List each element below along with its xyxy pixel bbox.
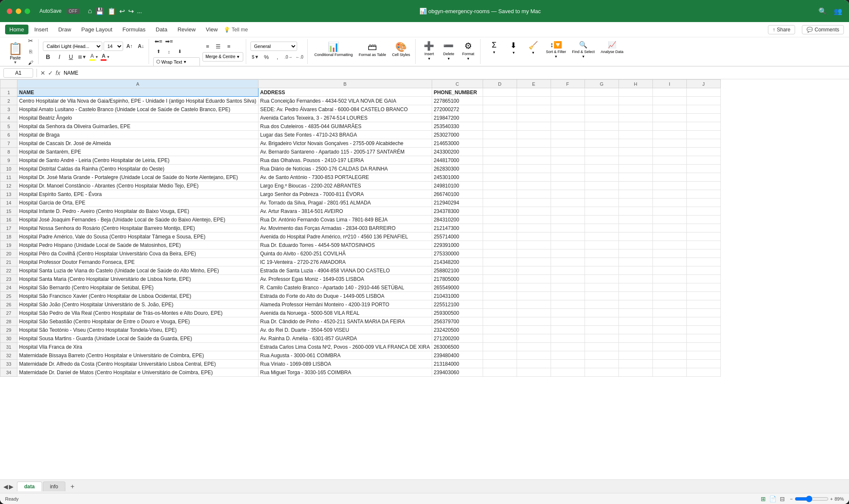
cell-empty[interactable] bbox=[551, 148, 585, 156]
cell-empty[interactable] bbox=[652, 88, 686, 97]
cell-phone[interactable]: 259300500 bbox=[432, 309, 483, 317]
col-header-A[interactable]: A bbox=[17, 80, 259, 88]
cell-empty[interactable] bbox=[585, 300, 618, 309]
cell-empty[interactable] bbox=[686, 148, 720, 156]
cell-empty[interactable] bbox=[686, 334, 720, 343]
cell-address[interactable]: Largo Eng.º Bioucas - 2200-202 ABRANTES bbox=[258, 182, 432, 190]
cell-phone[interactable]: 272000272 bbox=[432, 105, 483, 114]
col-header-H[interactable]: H bbox=[618, 80, 652, 88]
sheet-tab-data[interactable]: data bbox=[17, 482, 42, 491]
col-header-I[interactable]: I bbox=[652, 80, 686, 88]
cell-empty[interactable] bbox=[483, 207, 517, 216]
cell-empty[interactable] bbox=[585, 190, 618, 199]
cell-phone[interactable]: 266740100 bbox=[432, 190, 483, 199]
cell-empty[interactable] bbox=[483, 173, 517, 182]
share-button[interactable]: ↑ Share bbox=[768, 25, 795, 34]
cell-empty[interactable] bbox=[483, 249, 517, 258]
cell-name[interactable]: Hospital Sousa Martins - Guarda (Unidade… bbox=[17, 334, 259, 343]
cell-empty[interactable] bbox=[618, 148, 652, 156]
col-header-F[interactable]: F bbox=[551, 80, 585, 88]
cell-empty[interactable] bbox=[517, 249, 551, 258]
cell-empty[interactable] bbox=[585, 199, 618, 207]
cell-name[interactable]: Hospital de Braga bbox=[17, 131, 259, 139]
cell-empty[interactable] bbox=[483, 360, 517, 368]
cell-empty[interactable] bbox=[585, 360, 618, 368]
cell-name[interactable]: Hospital São Teotónio - Viseu (Centro Ho… bbox=[17, 326, 259, 334]
cell-empty[interactable] bbox=[686, 173, 720, 182]
cell-phone[interactable]: 263006500 bbox=[432, 343, 483, 351]
cell-empty[interactable] bbox=[585, 351, 618, 360]
cell-empty[interactable] bbox=[686, 266, 720, 275]
sheet-nav-left[interactable]: ◀ bbox=[3, 483, 8, 490]
zoom-in-icon[interactable]: + bbox=[830, 496, 833, 501]
share-collab-icon[interactable]: 👥 bbox=[834, 7, 842, 15]
cell-name[interactable]: Maternidade Dr. Alfredo da Costa (Centro… bbox=[17, 360, 259, 368]
cell-phone[interactable]: 275330000 bbox=[432, 249, 483, 258]
cell-phone[interactable]: 227865100 bbox=[432, 97, 483, 105]
font-name-select[interactable]: Calibri Light (Head... bbox=[43, 42, 102, 51]
cell-empty[interactable] bbox=[652, 148, 686, 156]
cell-address[interactable]: R. Camilo Castelo Branco - Apartado 140 … bbox=[258, 283, 432, 292]
cancel-formula-icon[interactable]: ✕ bbox=[40, 70, 45, 76]
find-select-button[interactable]: 🔍 Find & Select ▼ bbox=[569, 40, 597, 64]
increase-font-button[interactable]: A↑ bbox=[124, 42, 135, 51]
save-icon[interactable]: 💾 bbox=[96, 7, 104, 15]
cell-empty[interactable] bbox=[551, 241, 585, 249]
cell-empty[interactable] bbox=[585, 317, 618, 326]
cell-empty[interactable] bbox=[652, 182, 686, 190]
cell-empty[interactable] bbox=[551, 139, 585, 148]
wrap-text-button[interactable]: ⬡ Wrap Text ▼ bbox=[153, 57, 200, 67]
comma-button[interactable]: , bbox=[273, 52, 283, 62]
cell-address[interactable]: Rua Dr. Cândido de Pinho - 4520-211 SANT… bbox=[258, 317, 432, 326]
cell-phone[interactable]: 229391000 bbox=[432, 241, 483, 249]
cell-empty[interactable] bbox=[483, 224, 517, 232]
cell-empty[interactable] bbox=[686, 292, 720, 300]
cell-empty[interactable] bbox=[652, 317, 686, 326]
cell-empty[interactable] bbox=[483, 190, 517, 199]
cell-empty[interactable] bbox=[618, 249, 652, 258]
cell-empty[interactable] bbox=[517, 292, 551, 300]
cell-empty[interactable] bbox=[652, 122, 686, 131]
cell-empty[interactable] bbox=[483, 216, 517, 224]
cell-address[interactable]: Rua Conceição Fernandes - 4434-502 VILA … bbox=[258, 97, 432, 105]
cell-empty[interactable] bbox=[551, 105, 585, 114]
col-header-B[interactable]: B bbox=[258, 80, 432, 88]
sheet-area[interactable]: A B C D E F G H I J 1NAMEADDRESSPHONE_NU… bbox=[0, 79, 849, 479]
cell-phone[interactable]: 212147300 bbox=[432, 224, 483, 232]
cell-address[interactable]: Rua Dr. Eduardo Torres - 4454-509 MATOSI… bbox=[258, 241, 432, 249]
cell-empty[interactable] bbox=[585, 266, 618, 275]
col-header-G[interactable]: G bbox=[585, 80, 618, 88]
cell-address[interactable]: Rua Dr. António Fernando Covas Lima - 78… bbox=[258, 216, 432, 224]
sort-filter-button[interactable]: ↕🔽 Sort & Filter ▼ bbox=[543, 40, 569, 64]
sheet-tab-info[interactable]: info bbox=[43, 482, 65, 491]
normal-view-icon[interactable]: ⊞ bbox=[760, 495, 767, 503]
cell-empty[interactable] bbox=[686, 283, 720, 292]
cell-empty[interactable] bbox=[618, 173, 652, 182]
cell-empty[interactable] bbox=[517, 122, 551, 131]
align-center-button[interactable]: ☰ bbox=[213, 42, 223, 51]
cell-empty[interactable] bbox=[618, 300, 652, 309]
format-button[interactable]: ⚙ Format ▼ bbox=[459, 40, 478, 64]
cell-empty[interactable] bbox=[686, 114, 720, 122]
col-header-E[interactable]: E bbox=[517, 80, 551, 88]
cell-empty[interactable] bbox=[585, 275, 618, 283]
cell-empty[interactable] bbox=[551, 88, 585, 97]
cell-empty[interactable] bbox=[585, 283, 618, 292]
cell-empty[interactable] bbox=[618, 351, 652, 360]
page-layout-view-icon[interactable]: 📄 bbox=[768, 495, 777, 503]
cell-empty[interactable] bbox=[652, 326, 686, 334]
cell-empty[interactable] bbox=[652, 249, 686, 258]
cell-empty[interactable] bbox=[585, 97, 618, 105]
cell-empty[interactable] bbox=[618, 317, 652, 326]
cut-button[interactable]: ✂ bbox=[25, 37, 36, 45]
cell-empty[interactable] bbox=[551, 190, 585, 199]
cell-empty[interactable] bbox=[618, 292, 652, 300]
cell-empty[interactable] bbox=[551, 249, 585, 258]
cell-name[interactable]: Hospital São Pedro de Vila Real (Centro … bbox=[17, 309, 259, 317]
cell-empty[interactable] bbox=[483, 182, 517, 190]
align-bottom-button[interactable]: ⬇ bbox=[174, 47, 185, 56]
close-button[interactable] bbox=[7, 8, 12, 14]
cell-empty[interactable] bbox=[686, 258, 720, 266]
font-color-button[interactable]: A ▼ bbox=[100, 52, 110, 62]
cell-empty[interactable] bbox=[483, 334, 517, 343]
